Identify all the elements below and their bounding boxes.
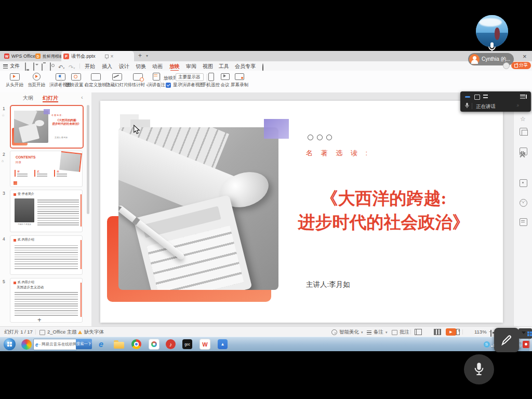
normal-view-button[interactable]: [415, 329, 422, 335]
slide-number: 2: [3, 152, 5, 157]
from-start-button[interactable]: 从头开始: [3, 72, 26, 88]
menu-home[interactable]: 开始: [85, 63, 95, 70]
thumb-toc-item: 叁: [54, 170, 72, 177]
windows-taskbar: e - 网易云音乐在线听网... 搜索一下 e ♪ goc W ▲ S 19:4…: [0, 337, 532, 351]
search-go-button[interactable]: 搜索一下: [76, 339, 92, 349]
cut-tool-icon[interactable]: [520, 152, 526, 158]
overlay-mini-toolbar[interactable]: [518, 328, 532, 339]
menu-view[interactable]: 视图: [203, 63, 213, 70]
slide-thumbnail-4[interactable]: 贰 内容介绍: [10, 235, 83, 275]
notes-tool-icon[interactable]: [520, 218, 527, 226]
thumb-presenter: 主讲人:李月如: [55, 136, 68, 139]
minimize-icon[interactable]: [465, 96, 470, 98]
menu-review[interactable]: 审阅: [186, 63, 196, 70]
theme-button[interactable]: 2_Office 主题: [39, 329, 77, 336]
window-close-icon[interactable]: ×: [523, 52, 527, 60]
duplicate-icon[interactable]: [520, 128, 527, 136]
from-current-button[interactable]: 当页开始: [26, 72, 47, 88]
add-slide-button[interactable]: +: [37, 316, 42, 324]
divider: [410, 329, 411, 335]
thumb-right-accent: [81, 240, 82, 269]
mouse-cursor: [133, 125, 140, 135]
meeting-mic-button[interactable]: [464, 354, 494, 384]
slide-editing-surface[interactable]: 名 著 选 读 : 《大西洋的跨越: 进步时代的社会政治》 主讲人:李月如: [100, 101, 503, 323]
presenter-name: Cynthia 的...: [482, 56, 510, 63]
tab-wps-home[interactable]: W WPS Office: [2, 51, 37, 61]
undo-button[interactable]: ↶▾: [58, 62, 64, 71]
internet-explorer-icon[interactable]: e: [96, 339, 107, 350]
zoom-out-button[interactable]: −: [489, 329, 492, 335]
show-presenter-view-checkbox[interactable]: 显示演讲者视图: [166, 82, 204, 88]
slide-thumbnail-1[interactable]: 名著选读: 《大西洋的跨越:进步时代的社会政治》 主讲人:李月如: [10, 105, 84, 149]
show-desktop-button[interactable]: [529, 337, 532, 351]
tab-outline[interactable]: 大纲: [23, 95, 33, 102]
start-button[interactable]: [4, 338, 16, 350]
missing-font-warning[interactable]: 缺失字体: [78, 329, 104, 336]
slideshow-ribbon: 从头开始 当页开始 演讲者视图 放映设置 ▾ 自定义放映 隐藏幻灯片: [0, 71, 532, 93]
layout-rows-icon[interactable]: [483, 95, 488, 99]
baidu-netdisk-icon[interactable]: [149, 339, 159, 350]
menu-insert[interactable]: 插入: [102, 63, 112, 70]
file-menu-label: 文件: [10, 63, 20, 70]
divider: [79, 63, 80, 69]
display-target-dropdown[interactable]: 主要显示器▾: [176, 73, 204, 81]
slide-thumbnail-3[interactable]: 壹 作者简介 丹尼尔·T·罗杰斯: [10, 190, 83, 232]
dark-app-icon[interactable]: goc: [182, 339, 193, 350]
expand-chevrons-icon[interactable]: ››: [516, 102, 518, 108]
file-explorer-icon[interactable]: [113, 339, 124, 350]
chrome-icon[interactable]: [131, 339, 142, 350]
new-tab-button[interactable]: +: [138, 52, 142, 59]
file-menu-button[interactable]: 文件: [3, 63, 20, 70]
menu-tools[interactable]: 工具: [219, 63, 229, 70]
tab-template[interactable]: D 抢鲜用模板: [33, 51, 65, 61]
menu-transition[interactable]: 切换: [136, 63, 146, 70]
menu-slideshow[interactable]: 放映: [169, 63, 180, 70]
comments-button[interactable]: 批注: [392, 329, 409, 336]
thumb-header-square: [14, 193, 16, 196]
favorites-star-icon[interactable]: ☆: [520, 116, 526, 123]
panel-scrollbar[interactable]: [87, 105, 89, 214]
menu-member[interactable]: 会员专享: [235, 63, 256, 70]
close-tab-icon[interactable]: ×: [111, 54, 114, 59]
thumb-text-lines: [15, 292, 78, 316]
pen-icon: [500, 334, 513, 347]
wps-taskbar-icon[interactable]: W: [200, 339, 210, 350]
slide-title: 《大西洋的跨越: 进步时代的社会政治》: [286, 187, 481, 234]
taskbar-search-box[interactable]: e - 网易云音乐在线听网...: [33, 339, 77, 350]
tray-skype-icon[interactable]: S: [481, 339, 492, 350]
thumb-header: 贰 内容介绍: [18, 280, 34, 285]
netease-music-icon[interactable]: ♪: [165, 339, 176, 350]
collapse-panel-icon[interactable]: ‹: [81, 94, 83, 100]
warning-icon: [78, 328, 82, 334]
windows-grid-icon: [527, 331, 529, 334]
screen-record-button[interactable]: 屏幕录制: [229, 72, 250, 88]
tab-list-caret-icon[interactable]: ▾: [146, 54, 148, 58]
slide-thumbnail-2[interactable]: CONTENTS 目录 壹 贰 叁: [10, 151, 83, 187]
notes-button[interactable]: 备注 ▾: [367, 329, 388, 336]
tab-slides[interactable]: 幻灯片: [43, 95, 58, 102]
slide-sorter-view-button[interactable]: [434, 329, 441, 335]
menu-animation[interactable]: 动画: [152, 63, 163, 70]
custom-show-icon: [91, 73, 101, 81]
pin-tab-icon[interactable]: [105, 55, 109, 58]
camera-cloud: [479, 18, 502, 26]
security-app-icon[interactable]: [21, 339, 32, 350]
window-mode-icon[interactable]: [474, 95, 480, 100]
custom-show-button[interactable]: 自定义放映: [83, 72, 108, 88]
meeting-app-icon[interactable]: ▲: [217, 339, 228, 350]
tab-document[interactable]: P 读书会.pptx ×: [61, 51, 134, 61]
menu-design[interactable]: 设计: [119, 63, 129, 70]
camera-person: [495, 28, 500, 40]
more-tools-icon[interactable]: ···: [520, 198, 526, 205]
hide-slide-button[interactable]: 隐藏幻灯片: [105, 72, 129, 88]
annotation-pen-tool[interactable]: [494, 328, 519, 352]
slide-thumbnail-5[interactable]: 贰 内容介绍 美国进步主义运动: [10, 278, 83, 323]
emoji-reaction-icon[interactable]: [503, 62, 510, 69]
redo-button[interactable]: ↷▾: [69, 62, 75, 71]
smart-beautify-button[interactable]: 智能美化 ▾: [331, 329, 363, 336]
play-slideshow-button[interactable]: ▶: [446, 328, 456, 336]
participants-panel-icon[interactable]: [520, 95, 525, 99]
play-dropdown-icon[interactable]: ▾: [458, 329, 460, 333]
frame-tool-icon[interactable]: [520, 179, 527, 187]
share-button[interactable]: 分享: [511, 62, 531, 69]
